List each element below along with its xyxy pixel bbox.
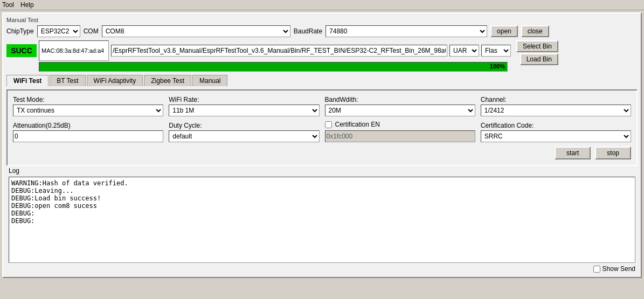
com-label: COM [84, 27, 99, 35]
file-path-input[interactable] [111, 45, 447, 57]
chip-type-select[interactable]: ESP32C2 [37, 25, 80, 37]
cert-code-select[interactable]: SRRC [481, 130, 631, 142]
panel-title: Manual Test [6, 17, 638, 23]
test-mode-label: Test Mode: [13, 96, 163, 103]
stop-button[interactable]: stop [595, 147, 631, 159]
tab-manual[interactable]: Manual [192, 75, 227, 86]
bandwidth-select[interactable]: 20M [325, 105, 475, 116]
baud-rate-label: BaudRate [294, 27, 322, 35]
bandwidth-label: BandWdith: [325, 96, 475, 103]
tab-wifi-test[interactable]: WiFi Test [6, 75, 49, 86]
load-bin-button[interactable]: Load Bin [520, 53, 558, 65]
channel-select[interactable]: 1/2412 [481, 105, 631, 116]
tab-bar: WiFi Test BT Test WiFi Adaptivity Zigbee… [6, 75, 638, 86]
attenuation-label: Attenuation(0.25dB) [13, 122, 163, 129]
duty-cycle-label: Duty Cycle: [169, 122, 319, 129]
test-mode-select[interactable]: TX continues [13, 105, 163, 116]
log-label: Log [6, 166, 638, 176]
attenuation-input[interactable]: 0 [13, 130, 163, 142]
flash-select[interactable]: Flas [481, 45, 511, 57]
duty-cycle-select[interactable]: default [169, 130, 319, 142]
channel-label: Channel: [481, 96, 631, 103]
mac-address: MAC:08:3a:8d:47:ad:a4 [39, 40, 109, 61]
wifi-rate-select[interactable]: 11b 1M [169, 105, 319, 116]
certification-en-label: Certification EN [335, 121, 380, 128]
wifi-rate-label: WiFi Rate: [169, 96, 319, 103]
start-button[interactable]: start [555, 147, 591, 159]
menu-help[interactable]: Help [20, 1, 34, 9]
com-select[interactable]: COM8 [102, 25, 290, 37]
log-section: Log WARNING:Hash of data verified.DEBUG:… [6, 166, 638, 274]
log-content[interactable]: WARNING:Hash of data verified.DEBUG:Leav… [9, 177, 635, 263]
baud-rate-select[interactable]: 74880 [326, 25, 487, 37]
open-button[interactable]: open [490, 25, 518, 37]
progress-percent: 100% [490, 63, 505, 69]
menu-tool[interactable]: Tool [2, 1, 14, 9]
wifi-test-panel: Test Mode: TX continues WiFi Rate: 11b 1… [6, 89, 638, 166]
cert-value-input[interactable]: 0x1fc000 [325, 130, 475, 142]
tab-zigbee-test[interactable]: Zigbee Test [144, 75, 191, 86]
certification-en-checkbox[interactable] [325, 121, 332, 128]
succ-badge: SUCC [6, 44, 37, 57]
cert-code-label: Certification Code: [481, 122, 631, 129]
tab-bt-test[interactable]: BT Test [50, 75, 85, 86]
tab-wifi-adaptivity[interactable]: WiFi Adaptivity [87, 75, 143, 86]
show-send-label: Show Send [603, 265, 635, 273]
close-button[interactable]: close [521, 25, 549, 37]
select-bin-button[interactable]: Select Bin [516, 40, 558, 52]
show-send-checkbox[interactable] [593, 266, 600, 273]
uart-select[interactable]: UAR [449, 45, 479, 57]
chip-type-label: ChipType [6, 27, 34, 35]
